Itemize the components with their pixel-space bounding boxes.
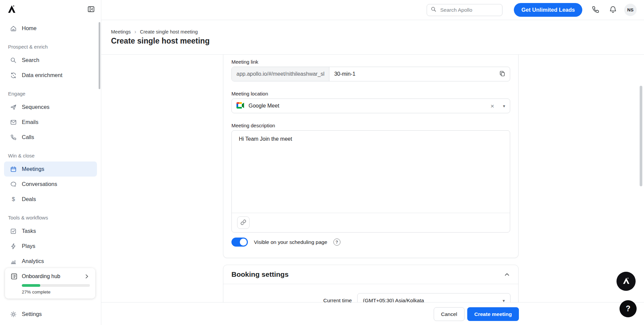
meeting-link-field: app.apollo.io/#/meet/nithileashwar_sl <box>231 67 510 81</box>
sidebar-section-prospect: Prospect & enrich <box>0 36 101 53</box>
sidebar-item-label: Home <box>22 25 37 31</box>
dialer-button[interactable] <box>591 5 600 15</box>
data-enrichment-icon <box>10 72 17 79</box>
link-icon <box>240 219 246 226</box>
sidebar-item-label: Settings <box>22 311 42 317</box>
visibility-row: Visible on your scheduling page ? <box>231 238 510 247</box>
sidebar-section-engage: Engage <box>0 83 101 100</box>
meeting-link-slug-input[interactable] <box>329 67 495 81</box>
apollo-logo-icon <box>7 4 17 16</box>
breadcrumb: Meetings › Create single host meeting <box>111 29 198 35</box>
onboarding-hub-header[interactable]: Onboarding hub <box>10 273 90 280</box>
sidebar-item-conversations[interactable]: Conversations <box>4 177 97 192</box>
search-icon <box>431 6 436 13</box>
cancel-button[interactable]: Cancel <box>434 307 465 321</box>
topbar: Get Unlimited Leads NS <box>101 0 644 20</box>
apollo-assistant-fab[interactable] <box>616 272 636 291</box>
meeting-location-label: Meeting location <box>231 91 510 96</box>
sidebar-item-label: Emails <box>22 119 39 125</box>
breadcrumb-separator-icon: › <box>135 29 136 35</box>
clear-location-icon[interactable]: × <box>490 103 494 109</box>
form-footer: Cancel Create meeting <box>101 302 644 325</box>
sidebar-collapse-button[interactable] <box>87 5 95 14</box>
meeting-link-prefix: app.apollo.io/#/meet/nithileashwar_sl <box>232 67 329 81</box>
visibility-label: Visible on your scheduling page <box>254 239 327 245</box>
breadcrumb-meetings[interactable]: Meetings <box>111 29 131 35</box>
meeting-form-card: Meeting link app.apollo.io/#/meet/nithil… <box>223 55 519 258</box>
onboarding-progress-track <box>22 284 90 287</box>
onboarding-progress-label: 27% complete <box>22 289 90 295</box>
sidebar-item-plays[interactable]: Plays <box>4 239 97 254</box>
global-search[interactable] <box>427 4 502 16</box>
sequences-icon <box>10 104 17 111</box>
chevron-up-icon <box>504 271 510 278</box>
sidebar-item-label: Plays <box>22 243 35 249</box>
caret-down-icon[interactable]: ▾ <box>503 104 505 109</box>
help-circle-icon[interactable]: ? <box>333 239 340 246</box>
sidebar-section-win-close: Win & close <box>0 145 101 161</box>
meeting-link-label: Meeting link <box>231 59 510 65</box>
meetings-icon <box>10 166 17 173</box>
sidebar-item-emails[interactable]: Emails <box>4 115 97 130</box>
plays-icon <box>10 243 17 250</box>
sidebar-item-label: Sequences <box>22 104 50 110</box>
sidebar-section-tools: Tools & workflows <box>0 207 101 223</box>
sidebar-item-tasks[interactable]: Tasks <box>4 223 97 239</box>
sidebar-item-label: Calls <box>22 134 34 140</box>
settings-gear-icon <box>10 311 17 318</box>
chevron-right-icon <box>84 273 90 279</box>
sidebar-item-label: Meetings <box>22 166 44 172</box>
create-meeting-button[interactable]: Create meeting <box>467 307 519 321</box>
phone-icon <box>591 5 600 15</box>
main-scrollbar-thumb[interactable] <box>640 86 642 186</box>
visibility-toggle[interactable] <box>231 238 248 247</box>
conversations-icon <box>10 181 17 188</box>
sidebar-item-search[interactable]: Search <box>4 53 97 68</box>
analytics-icon <box>10 258 17 265</box>
sidebar-item-label: Conversations <box>22 181 57 187</box>
toggle-knob <box>240 239 247 246</box>
sidebar-item-sequences[interactable]: Sequences <box>4 100 97 115</box>
notifications-button[interactable] <box>609 5 617 15</box>
sidebar-item-deals[interactable]: $ Deals <box>4 192 97 207</box>
sidebar-item-data-enrichment[interactable]: Data enrichment <box>4 68 97 83</box>
get-unlimited-leads-button[interactable]: Get Unlimited Leads <box>514 3 582 17</box>
onboarding-progress-fill <box>22 284 40 287</box>
main-content: Meetings › Create single host meeting Cr… <box>101 20 644 325</box>
sidebar-item-label: Deals <box>22 196 36 202</box>
help-fab[interactable]: ? <box>620 300 637 317</box>
booking-settings-header[interactable]: Booking settings <box>223 265 518 284</box>
search-icon <box>10 57 17 64</box>
bell-icon <box>609 5 617 15</box>
sidebar-item-meetings[interactable]: Meetings <box>4 161 97 177</box>
apollo-logo-white-icon <box>622 276 631 287</box>
meeting-description-label: Meeting description <box>231 123 510 128</box>
copy-link-button[interactable] <box>495 70 510 78</box>
booking-settings-title: Booking settings <box>231 270 288 278</box>
tasks-icon <box>10 228 17 235</box>
sidebar-item-settings[interactable]: Settings <box>4 307 97 322</box>
sidebar-item-calls[interactable]: Calls <box>4 130 97 145</box>
meeting-location-select[interactable]: Google Meet × ▾ <box>231 99 510 113</box>
onboarding-hub-card[interactable]: Onboarding hub 27% complete <box>5 268 95 299</box>
page-header: Meetings › Create single host meeting Cr… <box>101 20 644 55</box>
onboarding-hub-title: Onboarding hub <box>22 273 80 279</box>
google-meet-icon <box>236 102 244 110</box>
home-icon <box>10 25 17 32</box>
deals-icon: $ <box>10 196 17 203</box>
onboarding-hub-icon <box>10 273 18 280</box>
insert-link-button[interactable] <box>237 216 250 229</box>
app-window: Home Prospect & enrich Search Data enric… <box>0 0 644 325</box>
sidebar-item-home[interactable]: Home <box>4 21 97 36</box>
calls-icon <box>10 134 17 141</box>
sidebar-item-label: Search <box>22 57 39 63</box>
user-avatar[interactable]: NS <box>624 4 637 16</box>
page-title: Create single host meeting <box>111 37 210 46</box>
meeting-description-input[interactable]: Hi Team Join the meet <box>232 131 510 213</box>
description-toolbar <box>232 213 510 232</box>
breadcrumb-current: Create single host meeting <box>140 29 198 35</box>
copy-icon <box>499 70 505 78</box>
search-input[interactable] <box>439 7 498 13</box>
sidebar-item-analytics[interactable]: Analytics <box>4 254 97 269</box>
sidebar-scrollbar-thumb[interactable] <box>99 22 100 89</box>
